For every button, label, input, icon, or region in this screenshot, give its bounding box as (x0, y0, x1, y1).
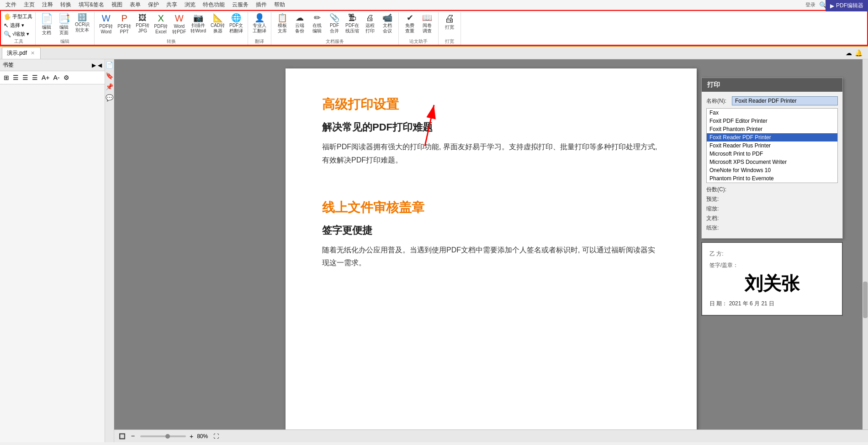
edit-page-icon: 📑 (58, 14, 70, 24)
pdf-to-word-button[interactable]: W PDF转Word (97, 13, 115, 36)
font-increase-button[interactable]: A+ (41, 73, 51, 82)
pdf-compress-button[interactable]: 🗜 PDF在线压缩 (344, 13, 361, 35)
menu-item-plugin[interactable]: 插件 (252, 0, 270, 10)
print-group-label: 打宽 (439, 38, 460, 45)
select-tool-button[interactable]: ↖ 选择 ▾ (3, 21, 33, 29)
menu-item-annotate[interactable]: 注释 (38, 0, 57, 10)
sidebar-collapse-icon[interactable]: ◀ (98, 62, 102, 68)
bookmark-list2-button[interactable]: ☰ (21, 73, 29, 82)
tab-demo-pdf[interactable]: 演示.pdf ✕ (2, 47, 41, 59)
tab-close-button[interactable]: ✕ (30, 50, 36, 56)
professional-translate-button[interactable]: 👤 专业人工翻译 (251, 13, 268, 35)
login-button[interactable]: 登录 (805, 1, 815, 8)
printer-name-input[interactable]: Foxit Reader PDF Printer (732, 96, 838, 105)
bookmark-add-button[interactable]: ⊞ (3, 73, 10, 82)
remote-print-button[interactable]: 🖨 远程打印 (362, 13, 378, 35)
menu-item-special[interactable]: 特色功能 (199, 0, 228, 10)
pin-icon[interactable]: 📌 (106, 83, 113, 90)
font-decrease-button[interactable]: A- (53, 73, 61, 82)
page-icon[interactable]: 📄 (106, 61, 113, 68)
pdf-to-ppt-icon: P (122, 14, 127, 23)
pdf-translate-button[interactable]: 🌐 PDF文档翻译 (228, 13, 245, 35)
printer-ms-pdf[interactable]: Microsoft Print to PDF (707, 150, 837, 158)
doc-label: 文档: (706, 215, 729, 222)
bookmark-list-button[interactable]: ☰ (12, 73, 20, 82)
zoom-slider[interactable] (140, 435, 186, 437)
bottom-toolbar: 🔲 － + 80% ⛶ (114, 429, 868, 442)
edit-doc-button[interactable]: 📄 编辑文档 (38, 13, 55, 37)
word-to-pdf-button[interactable]: W Word转PDF (170, 13, 188, 36)
print-button[interactable]: 🖨 打宽 (441, 13, 458, 31)
scrollbar-thumb[interactable] (863, 282, 868, 318)
printer-fax[interactable]: Fax (707, 109, 837, 117)
zoom-tool-button[interactable]: 🔍 √缩放 ▾ (3, 30, 33, 38)
hand-tool-button[interactable]: 🖐 手型工具 (3, 13, 33, 21)
zoom-minus-button[interactable]: － (129, 431, 137, 441)
bookmark-settings-button[interactable]: ⚙ (63, 73, 70, 82)
pdf-to-excel-button[interactable]: X PDF转Excel (152, 13, 169, 36)
notification-icon[interactable]: 🔔 (855, 49, 863, 57)
pdf-page: 高级打印设置 解决常见的PDF打印难题 福昕PDF阅读器拥有强大的打印功能, 界… (286, 68, 697, 434)
cloud-backup-button[interactable]: ☁ 云端备份 (291, 13, 308, 35)
menu-item-sign[interactable]: 填写&签名 (75, 0, 108, 10)
sidebar-title: 书签 (3, 61, 14, 69)
printer-phantom-evernote[interactable]: Phantom Print to Evernote (707, 174, 837, 183)
cad-converter-button[interactable]: 📐 CAD转换器 (209, 13, 227, 35)
section1-body: 福昕PDF阅读器拥有强大的打印功能, 界面友好易于学习。支持虚拟打印、批量打印等… (322, 141, 660, 167)
fullscreen-button[interactable]: ⛶ (213, 433, 219, 440)
doc-meeting-icon: 📹 (382, 14, 392, 22)
reading-check-label: 阅卷调查 (423, 23, 432, 34)
name-label: 名称(N): (706, 96, 729, 105)
word-to-pdf-label: Word转PDF (172, 24, 186, 35)
menu-item-protect[interactable]: 保护 (144, 0, 163, 10)
bookmark-list3-button[interactable]: ☰ (31, 73, 39, 82)
printer-foxit-editor[interactable]: Foxit PDF Editor Printer (707, 117, 837, 125)
printer-foxit-phantom[interactable]: Foxit Phantom Printer (707, 125, 837, 133)
sidebar-expand-icon[interactable]: ▶ (92, 62, 96, 68)
pdf-editor-label: PDF编辑器 (836, 2, 863, 10)
sidebar-header: 书签 ▶ ◀ (0, 59, 105, 71)
view-mode-icon[interactable]: 🔲 (119, 433, 126, 440)
pdf-to-ppt-button[interactable]: P PDF转PPT (116, 13, 133, 36)
menu-item-cloud[interactable]: 云服务 (228, 0, 252, 10)
menu-item-view[interactable]: 视图 (108, 0, 126, 10)
free-check-button[interactable]: ✔ 免费查重 (402, 13, 418, 35)
menu-item-share[interactable]: 共享 (163, 0, 181, 10)
pdf-compress-label: PDF在线压缩 (345, 23, 359, 34)
hand-tool-label: 手型工具 (12, 13, 32, 20)
online-edit-button[interactable]: ✏ 在线编辑 (309, 13, 325, 35)
pdf-editor-button[interactable]: ▶ PDF编辑器 (826, 0, 868, 11)
ribbon-group-paper: ✔ 免费查重 📖 阅卷调查 论文助手 (399, 12, 439, 46)
reading-check-button[interactable]: 📖 阅卷调查 (419, 13, 435, 35)
cloud-backup-label: 云端备份 (295, 23, 304, 34)
vertical-scrollbar[interactable] (863, 59, 868, 429)
pdf-to-jpg-button[interactable]: 🖼 PDF转JPG (134, 13, 151, 35)
menu-item-browse[interactable]: 浏览 (181, 0, 199, 10)
sidebar-toolbar: ⊞ ☰ ☰ ☰ A+ A- ⚙ (0, 71, 105, 84)
scan-to-word-button[interactable]: 📷 扫描件转Word (189, 13, 208, 35)
menu-item-file[interactable]: 文件 (2, 0, 20, 10)
pdf-to-jpg-icon: 🖼 (138, 14, 147, 22)
select-icon: ↖ (4, 22, 9, 29)
pdf-merge-button[interactable]: 📎 PDF合并 (326, 13, 343, 35)
template-button[interactable]: 📋 模板文库 (274, 13, 291, 35)
zoom-icon: 🔍 (4, 31, 11, 37)
menu-item-home[interactable]: 主页 (20, 0, 38, 10)
cloud-sync-icon[interactable]: ☁ (846, 49, 852, 57)
comment-icon[interactable]: 💬 (106, 94, 113, 101)
bookmark-icon[interactable]: 🔖 (106, 72, 113, 79)
zoom-plus-button[interactable]: + (190, 433, 193, 440)
printer-onenote[interactable]: OneNote for Windows 10 (707, 166, 837, 174)
printer-ms-xps[interactable]: Microsoft XPS Document Writer (707, 158, 837, 166)
edit-page-button[interactable]: 📑 编辑页面 (56, 13, 72, 37)
section2-title: 线上文件审核盖章 (322, 199, 660, 216)
ocr-button[interactable]: 🔡 OCR识别文本 (73, 13, 91, 34)
menu-item-help[interactable]: 帮助 (270, 0, 289, 10)
menu-item-convert[interactable]: 转换 (57, 0, 75, 10)
professional-translate-label: 专业人工翻译 (253, 23, 266, 34)
doc-meeting-label: 文档会议 (383, 23, 392, 34)
doc-meeting-button[interactable]: 📹 文档会议 (379, 13, 396, 35)
printer-foxit-reader-plus[interactable]: Foxit Reader Plus Printer (707, 141, 837, 150)
menu-item-form[interactable]: 表单 (126, 0, 144, 10)
printer-foxit-reader[interactable]: Foxit Reader PDF Printer (707, 133, 837, 141)
